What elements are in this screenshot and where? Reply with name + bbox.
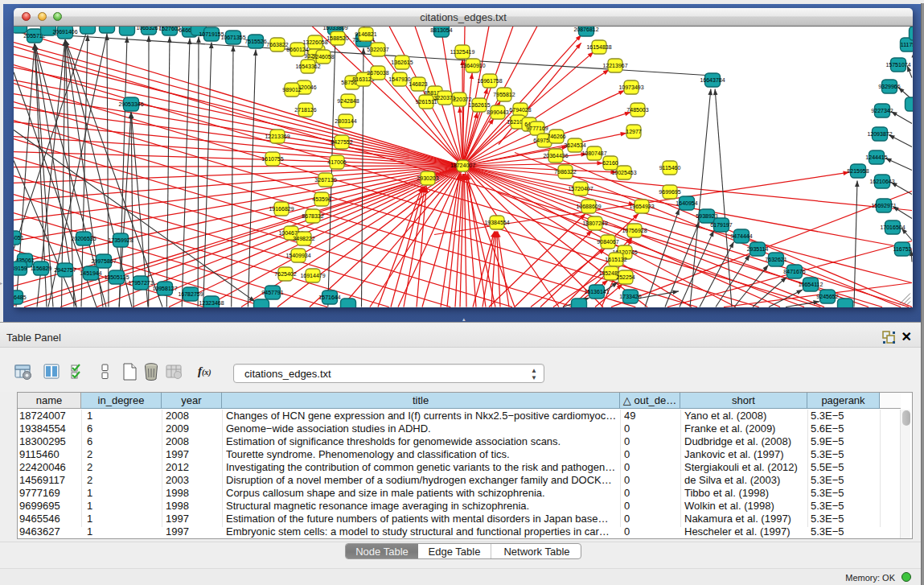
svg-text:1610755: 1610755: [261, 156, 283, 162]
svg-text:146823: 146823: [409, 81, 427, 87]
svg-text:20876812: 20876812: [573, 27, 598, 32]
svg-text:7663822: 7663822: [266, 42, 288, 47]
svg-text:10671355: 10671355: [220, 35, 245, 40]
svg-text:7485003: 7485003: [626, 107, 648, 113]
svg-text:116753: 116753: [893, 246, 912, 252]
svg-text:3220371: 3220371: [433, 95, 455, 101]
svg-text:8471676: 8471676: [783, 269, 805, 274]
svg-text:1451944: 1451944: [80, 270, 101, 276]
svg-text:16543362: 16543362: [295, 64, 320, 69]
svg-text:10653267: 10653267: [136, 27, 161, 31]
svg-text:11175: 11175: [901, 42, 913, 47]
svg-text:11325419: 11325419: [450, 49, 475, 55]
svg-text:2246058: 2246058: [312, 54, 334, 60]
svg-text:1244415: 1244415: [865, 154, 887, 160]
svg-text:8990443: 8990443: [487, 109, 508, 115]
svg-text:15751074: 15751074: [885, 62, 910, 68]
svg-text:2930203: 2930203: [417, 175, 438, 181]
svg-text:16033809: 16033809: [322, 27, 347, 31]
svg-text:15720407: 15720407: [568, 186, 593, 192]
svg-text:6794028: 6794028: [509, 107, 531, 113]
svg-text:17957273: 17957273: [128, 280, 153, 286]
svg-text:8660124: 8660124: [286, 47, 308, 52]
svg-text:7955812: 7955812: [493, 92, 515, 97]
svg-text:1571644: 1571644: [318, 295, 340, 300]
svg-text:3498222: 3498222: [293, 236, 314, 241]
svg-text:7632621: 7632621: [765, 257, 786, 262]
svg-text:9146821: 9146821: [355, 31, 376, 37]
svg-text:10654112: 10654112: [799, 282, 823, 287]
svg-text:20206535: 20206535: [71, 236, 96, 241]
svg-text:9227342: 9227342: [871, 108, 893, 113]
svg-text:10688609: 10688609: [576, 204, 601, 209]
svg-text:1156829: 1156829: [31, 266, 52, 271]
svg-text:20364436: 20364436: [543, 153, 568, 159]
svg-text:1588520: 1588520: [326, 35, 348, 41]
svg-text:1362615: 1362615: [468, 102, 490, 108]
svg-text:18807249: 18807249: [582, 220, 607, 226]
svg-text:29053346: 29053346: [118, 101, 143, 107]
svg-text:19166829: 19166829: [269, 206, 294, 212]
svg-text:16643784: 16643784: [700, 77, 725, 83]
svg-text:7515526: 7515526: [244, 39, 266, 44]
svg-text:252254: 252254: [616, 274, 634, 280]
svg-text:1733426: 1733426: [619, 294, 641, 299]
svg-text:62160: 62160: [602, 160, 618, 166]
svg-text:9329966: 9329966: [878, 84, 900, 89]
svg-text:417006: 417006: [327, 159, 346, 165]
svg-text:19384554: 19384554: [484, 220, 509, 225]
svg-text:9777169: 9777169: [526, 126, 548, 131]
svg-text:10973493: 10973493: [618, 84, 643, 90]
svg-text:15409934: 15409934: [285, 253, 310, 258]
svg-text:9474444: 9474444: [730, 233, 752, 239]
svg-text:15692971: 15692971: [871, 203, 896, 208]
svg-text:20691406: 20691406: [52, 29, 77, 35]
svg-text:12977: 12977: [626, 129, 642, 134]
svg-text:1547930: 1547930: [388, 76, 410, 82]
svg-text:16914479: 16914479: [300, 273, 325, 278]
svg-text:12213369: 12213369: [265, 134, 290, 139]
svg-text:10756928: 10756928: [622, 228, 647, 233]
svg-text:12323468: 12323468: [199, 300, 224, 306]
svg-text:10025453: 10025453: [611, 170, 636, 175]
svg-text:19654923: 19654923: [629, 204, 654, 209]
svg-text:8215958: 8215958: [847, 168, 869, 174]
svg-text:1362615: 1362615: [391, 60, 413, 65]
svg-text:7986322: 7986322: [554, 169, 576, 175]
svg-text:13505135: 13505135: [104, 274, 129, 280]
svg-text:9242848: 9242848: [337, 98, 359, 104]
svg-text:10807487: 10807487: [581, 150, 606, 156]
svg-text:2676038: 2676038: [367, 70, 388, 76]
svg-text:1640954: 1640954: [676, 200, 697, 206]
svg-text:2803144: 2803144: [335, 118, 356, 124]
svg-text:2935114: 2935114: [747, 246, 769, 252]
svg-text:9084067: 9084067: [597, 239, 618, 245]
svg-text:746266: 746266: [547, 134, 565, 139]
svg-text:17359928: 17359928: [108, 237, 133, 243]
svg-text:5322037: 5322037: [367, 47, 388, 52]
svg-text:16210643: 16210643: [869, 179, 894, 184]
svg-text:1615132: 1615132: [605, 257, 626, 262]
svg-text:39159: 39159: [14, 266, 27, 271]
svg-text:2616051: 2616051: [14, 235, 24, 241]
svg-text:3716485: 3716485: [14, 295, 27, 300]
svg-text:7625402: 7625402: [274, 271, 296, 277]
svg-text:9457791: 9457791: [261, 290, 283, 295]
svg-text:13226058: 13226058: [302, 39, 327, 45]
svg-text:29975867: 29975867: [91, 258, 116, 264]
svg-text:1527602: 1527602: [158, 27, 180, 31]
svg-text:9245652: 9245652: [816, 294, 838, 299]
svg-text:989012: 989012: [282, 87, 301, 93]
svg-text:8813054: 8813054: [430, 27, 452, 33]
svg-text:12213967: 12213967: [602, 63, 627, 68]
svg-text:3267130: 3267130: [314, 177, 336, 183]
svg-text:3624534: 3624534: [564, 142, 585, 148]
svg-text:13640910: 13640910: [460, 63, 485, 68]
svg-text:8678332: 8678332: [302, 213, 323, 219]
svg-text:18724007: 18724007: [450, 163, 475, 168]
svg-text:453594: 453594: [312, 196, 331, 202]
svg-text:17016504: 17016504: [880, 225, 905, 230]
svg-text:9699695: 9699695: [659, 189, 680, 195]
svg-text:16154838: 16154838: [586, 44, 611, 50]
svg-text:2942757: 2942757: [54, 267, 76, 273]
